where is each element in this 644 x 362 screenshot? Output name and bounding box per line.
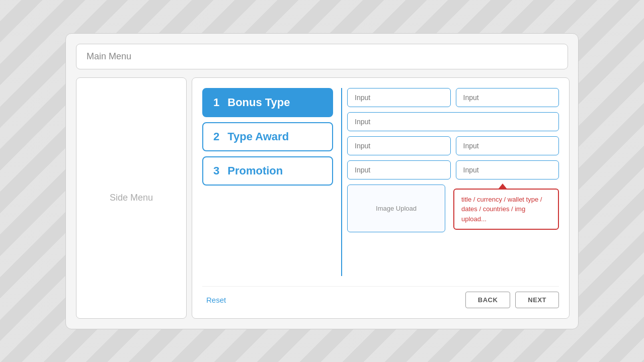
- form-row-4: [347, 160, 559, 179]
- image-upload-label: Image Upload: [376, 205, 417, 212]
- panel-footer: Reset BACK NEXT: [202, 286, 559, 308]
- input-1-1[interactable]: [347, 88, 451, 107]
- form-row-1: [347, 88, 559, 107]
- content-area: Side Menu 1 Bonus Type 2 Type Award 3: [76, 77, 568, 319]
- input-3-1[interactable]: [347, 136, 451, 155]
- input-3-2[interactable]: [456, 136, 559, 155]
- back-button[interactable]: BACK: [465, 292, 511, 308]
- form-row-5: Image Upload title / currency / wallet t…: [347, 185, 559, 232]
- form-row-3: [347, 136, 559, 155]
- form-row-2: [347, 112, 559, 131]
- tooltip-area: title / currency / wallet type /dates / …: [453, 189, 559, 230]
- input-2-1[interactable]: [347, 112, 559, 131]
- main-container: Main Menu Side Menu 1 Bonus Type 2 Type …: [65, 33, 579, 329]
- step-2-number: 2: [213, 130, 219, 143]
- side-menu: Side Menu: [76, 77, 187, 319]
- reset-button[interactable]: Reset: [202, 294, 230, 306]
- step-1-label: Bonus Type: [227, 96, 290, 109]
- main-menu-bar: Main Menu: [76, 44, 568, 69]
- input-4-1[interactable]: [347, 160, 451, 179]
- steps-column: 1 Bonus Type 2 Type Award 3 Promotion: [202, 88, 333, 276]
- main-panel: 1 Bonus Type 2 Type Award 3 Promotion: [192, 77, 570, 319]
- step-3-label: Promotion: [227, 164, 283, 177]
- tooltip-text: title / currency / wallet type /dates / …: [461, 196, 542, 223]
- step-type-award[interactable]: 2 Type Award: [202, 122, 333, 151]
- step-2-label: Type Award: [227, 130, 289, 143]
- tooltip-box: title / currency / wallet type /dates / …: [453, 189, 559, 230]
- tooltip-arrow: [499, 184, 507, 189]
- form-area: Image Upload title / currency / wallet t…: [341, 88, 559, 276]
- next-button[interactable]: NEXT: [515, 292, 559, 308]
- step-1-number: 1: [213, 96, 219, 109]
- step-3-number: 3: [213, 164, 219, 177]
- side-menu-label: Side Menu: [110, 193, 153, 203]
- step-bonus-type[interactable]: 1 Bonus Type: [202, 88, 333, 117]
- main-menu-label: Main Menu: [87, 51, 131, 61]
- image-upload-box[interactable]: Image Upload: [347, 185, 445, 232]
- step-promotion[interactable]: 3 Promotion: [202, 156, 333, 186]
- panel-body: 1 Bonus Type 2 Type Award 3 Promotion: [202, 88, 559, 276]
- input-4-2[interactable]: [456, 160, 559, 179]
- input-1-2[interactable]: [456, 88, 559, 107]
- nav-buttons: BACK NEXT: [465, 292, 559, 308]
